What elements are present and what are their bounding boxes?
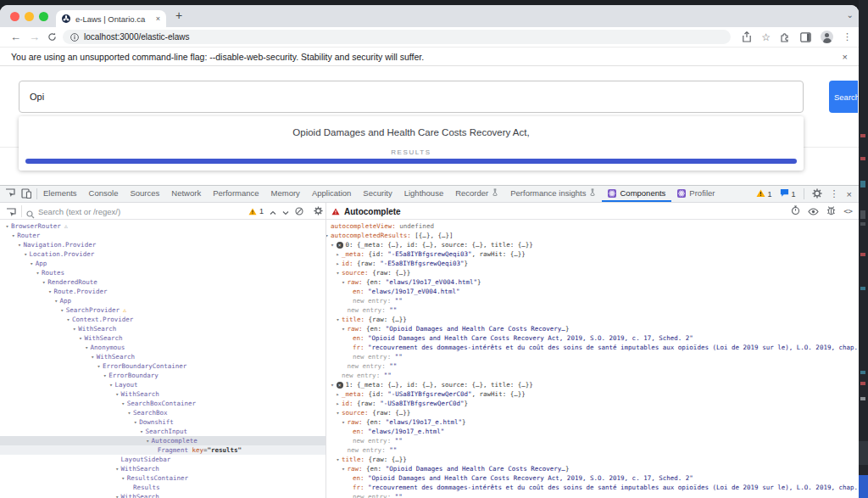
devtools-tab-sources[interactable]: Sources (124, 186, 165, 202)
prop-name[interactable]: new entry: (353, 297, 391, 305)
component-search-input[interactable] (36, 204, 231, 218)
previous-match-icon[interactable] (270, 204, 276, 219)
expand-caret-icon[interactable]: ▾ (334, 316, 342, 325)
prop-value[interactable]: } (565, 325, 570, 333)
prop-value[interactable]: } (477, 278, 481, 286)
prop-value[interactable]: "-E5a8IYBfgsrewQeqi03" (380, 260, 464, 267)
prop-name[interactable]: 0: (346, 241, 353, 249)
prop-value[interactable]: "elaws/19o17_e.html" (368, 428, 444, 435)
prop-name[interactable]: title: (342, 316, 364, 323)
tree-row-app[interactable]: ▾App (0, 259, 326, 268)
props-row-en[interactable]: en: "elaws/19o17_eV004.html" (326, 287, 859, 296)
prop-value[interactable]: } (465, 400, 469, 407)
tree-row-context-provider[interactable]: ▾Context.Provider (0, 315, 326, 324)
tab-search-chevron-icon[interactable]: ⌄ (847, 10, 854, 20)
props-row-title[interactable]: ▾title: {raw: {…}} (326, 455, 859, 464)
devtools-tab-security[interactable]: Security (357, 186, 398, 202)
tree-row-withsearch[interactable]: ▾WithSearch (0, 389, 326, 399)
prop-name[interactable]: fr: (353, 344, 364, 351)
inspect-dom-eye-icon[interactable] (808, 204, 819, 219)
prop-value[interactable]: , rawHit: {…}} (472, 390, 526, 398)
expand-caret-icon[interactable]: ▾ (340, 325, 348, 334)
devtools-close-icon[interactable]: × (847, 189, 852, 199)
tree-row-withsearch[interactable]: ▾WithSearch (0, 333, 326, 343)
expand-caret-icon[interactable]: ▸ (334, 250, 342, 260)
prop-value[interactable]: {raw: {…}} (372, 409, 410, 417)
props-row-raw[interactable]: ▾raw: {en: "Opioid Damages and Health Ca… (326, 464, 859, 473)
prop-name[interactable]: raw: (348, 325, 363, 333)
prop-value[interactable]: "" (384, 372, 392, 379)
prop-value[interactable]: undefined (399, 222, 434, 230)
prop-value[interactable]: "" (389, 446, 397, 454)
devtools-tab-network[interactable]: Network (165, 186, 207, 202)
tree-row-searchprovider[interactable]: ▾SearchProvider⚠ (0, 305, 326, 315)
prop-value[interactable]: "" (395, 437, 403, 445)
props-row-id[interactable]: ▸id: {raw: "-E5a8IYBfgsrewQeqi03"} (326, 259, 859, 268)
prop-value[interactable]: {_meta: {…}, id: {…}, source: {…}, title… (357, 241, 533, 249)
tree-row-withsearch[interactable]: ▾WithSearch (0, 352, 326, 361)
props-row-source[interactable]: ▾source: {raw: {…}} (326, 268, 859, 277)
react-settings-gear-icon[interactable] (314, 204, 323, 219)
forward-button[interactable]: → (29, 30, 40, 44)
props-row-0[interactable]: ▾×0: {_meta: {…}, id: {…}, source: {…}, … (326, 240, 859, 249)
prop-name[interactable]: en: (353, 334, 364, 342)
expand-caret-icon[interactable]: ▾ (340, 278, 348, 288)
autocomplete-suggestion[interactable]: Opioid Damages and Health Care Costs Rec… (19, 127, 804, 137)
prop-value[interactable]: "" (389, 362, 397, 370)
prop-value[interactable]: {raw: {…}} (369, 456, 407, 463)
tree-row-autocomplete[interactable]: ▾Autocomplete (0, 436, 326, 445)
prop-value[interactable]: "-USa8IYBfgsrewQerC0d" (387, 390, 471, 398)
prop-value[interactable]: "-E5a8IYBfgsrewQeqi03" (387, 250, 471, 258)
minimize-window-button[interactable] (25, 12, 34, 21)
props-row-new-entry[interactable]: new entry: "" (326, 361, 859, 371)
prop-value[interactable]: } (465, 260, 469, 267)
pane-divider[interactable] (326, 203, 326, 498)
prop-value[interactable]: [{…}, {…}] (415, 232, 453, 239)
console-warning-icon[interactable] (756, 189, 765, 199)
prop-value[interactable]: "elaws/19o17_eV004.html" (386, 278, 477, 286)
next-match-icon[interactable] (282, 204, 289, 219)
expand-caret-icon[interactable]: ▾ (114, 493, 121, 498)
tree-row-errorboundary[interactable]: ▾ErrorBoundary (0, 371, 326, 380)
props-row-autocompletedresults[interactable]: ▾autocompletedResults: [{…}, {…}] (326, 231, 859, 240)
prop-name[interactable]: new entry: (353, 437, 391, 445)
prop-name[interactable]: _meta: (342, 390, 364, 398)
prop-name[interactable]: new entry: (342, 372, 380, 379)
props-row-new-entry[interactable]: new entry: "" (326, 352, 859, 361)
props-row--meta[interactable]: ▸_meta: {id: "-USa8IYBfgsrewQerC0d", raw… (326, 389, 859, 399)
tree-row-location-provider[interactable]: ▾Location.Provider (0, 249, 326, 259)
prop-name[interactable]: raw: (348, 418, 363, 426)
tree-row-withsearch[interactable]: ▾WithSearch (0, 492, 326, 498)
devtools-tab-application[interactable]: Application (306, 186, 357, 202)
bookmark-star-icon[interactable]: ☆ (761, 31, 771, 43)
profile-avatar[interactable] (821, 31, 833, 43)
prop-value[interactable]: "" (395, 353, 403, 361)
devtools-tab-performance-insights[interactable]: Performance insights (504, 186, 602, 202)
props-row-raw[interactable]: ▾raw: {en: "elaws/19o17_e.html"} (326, 417, 859, 427)
prop-name[interactable]: id: (342, 260, 353, 267)
extensions-puzzle-icon[interactable] (780, 31, 791, 42)
prop-name[interactable]: _meta: (342, 250, 364, 258)
prop-name[interactable]: id: (342, 400, 353, 407)
prop-name[interactable]: new entry: (348, 362, 386, 370)
prop-name[interactable]: title: (342, 456, 364, 463)
devtools-tab-console[interactable]: Console (83, 186, 125, 202)
device-toolbar-icon[interactable] (21, 188, 31, 200)
suspense-timer-icon[interactable] (791, 204, 800, 219)
issues-icon[interactable] (780, 188, 789, 199)
back-button[interactable]: ← (10, 30, 21, 44)
prop-value[interactable]: "elaws/19o17_e.html" (386, 418, 462, 426)
prop-name[interactable]: new entry: (348, 306, 386, 314)
prop-name[interactable]: en: (353, 288, 364, 295)
log-to-console-bug-icon[interactable] (826, 204, 836, 219)
prop-value[interactable]: } (462, 418, 466, 426)
prop-name[interactable]: new entry: (348, 446, 386, 454)
expand-caret-icon[interactable]: ▾ (329, 241, 337, 250)
browser-tab[interactable]: e-Laws | Ontario.ca × (56, 10, 166, 27)
maximize-window-button[interactable] (39, 12, 48, 21)
url-bar[interactable]: localhost:3000/elastic-elaws (63, 30, 731, 44)
prop-value[interactable]: "recouvrement des dommages-intérêts et d… (368, 344, 859, 351)
props-row-raw[interactable]: ▾raw: {en: "Opioid Damages and Health Ca… (326, 324, 859, 333)
tree-row-downshift[interactable]: ▾Downshift (0, 417, 326, 427)
devtools-tab-profiler[interactable]: Profiler (671, 186, 721, 202)
